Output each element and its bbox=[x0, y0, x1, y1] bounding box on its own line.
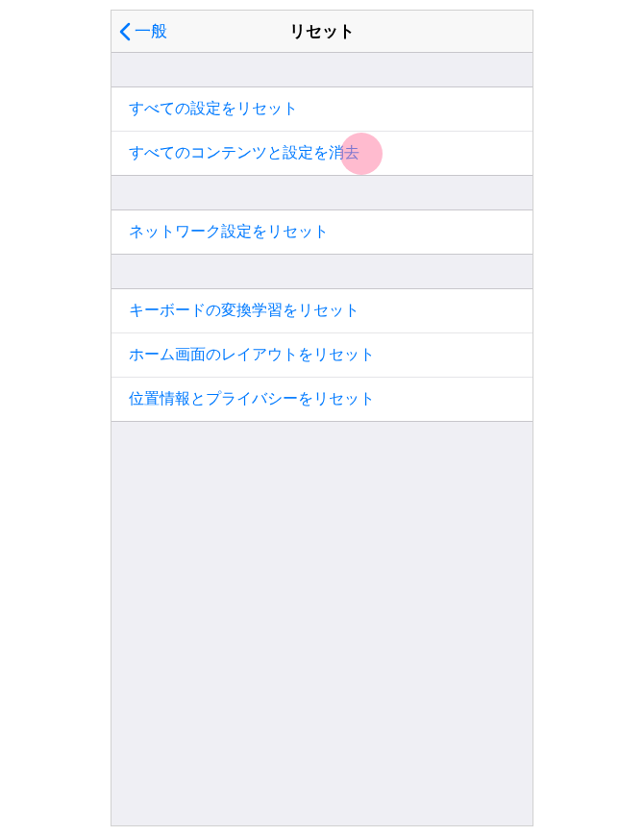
reset-section-2: ネットワーク設定をリセット bbox=[111, 209, 533, 255]
section-gap bbox=[111, 53, 533, 86]
item-label: すべてのコンテンツと設定を消去 bbox=[129, 144, 359, 160]
chevron-left-icon bbox=[119, 22, 131, 41]
item-label: ホーム画面のレイアウトをリセット bbox=[129, 346, 375, 362]
nav-bar: 一般 リセット bbox=[111, 11, 533, 53]
section-gap bbox=[111, 255, 533, 288]
item-label: ネットワーク設定をリセット bbox=[129, 223, 329, 239]
reset-section-3: キーボードの変換学習をリセット ホーム画面のレイアウトをリセット 位置情報とプラ… bbox=[111, 288, 533, 422]
back-button[interactable]: 一般 bbox=[111, 20, 167, 42]
back-label: 一般 bbox=[135, 20, 167, 42]
reset-home-layout[interactable]: ホーム画面のレイアウトをリセット bbox=[111, 333, 533, 378]
reset-keyboard-dictionary[interactable]: キーボードの変換学習をリセット bbox=[111, 288, 533, 333]
reset-network-settings[interactable]: ネットワーク設定をリセット bbox=[111, 209, 533, 255]
settings-content: すべての設定をリセット すべてのコンテンツと設定を消去 ネットワーク設定をリセッ… bbox=[111, 53, 533, 422]
page-title: リセット bbox=[111, 20, 533, 42]
reset-location-privacy[interactable]: 位置情報とプライバシーをリセット bbox=[111, 378, 533, 422]
item-label: キーボードの変換学習をリセット bbox=[129, 302, 359, 318]
reset-section-1: すべての設定をリセット すべてのコンテンツと設定を消去 bbox=[111, 86, 533, 176]
reset-all-settings[interactable]: すべての設定をリセット bbox=[111, 86, 533, 132]
erase-all-content[interactable]: すべてのコンテンツと設定を消去 bbox=[111, 132, 533, 176]
device-frame: 一般 リセット すべての設定をリセット すべてのコンテンツと設定を消去 ネットワ… bbox=[111, 10, 533, 826]
item-label: すべての設定をリセット bbox=[129, 100, 298, 116]
item-label: 位置情報とプライバシーをリセット bbox=[129, 390, 375, 406]
section-gap bbox=[111, 176, 533, 209]
